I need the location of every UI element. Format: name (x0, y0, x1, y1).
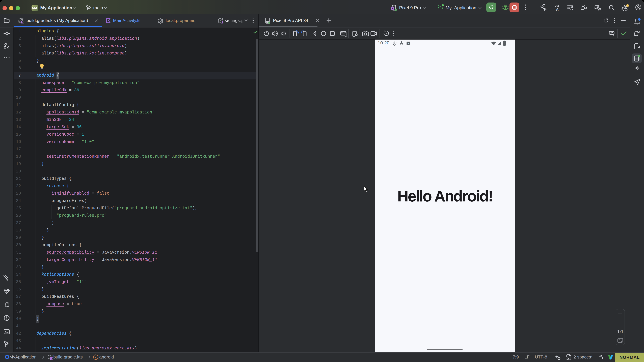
svg-text:λ: λ (94, 355, 96, 359)
svg-text:A: A (407, 42, 409, 45)
svg-text:A: A (556, 7, 559, 11)
